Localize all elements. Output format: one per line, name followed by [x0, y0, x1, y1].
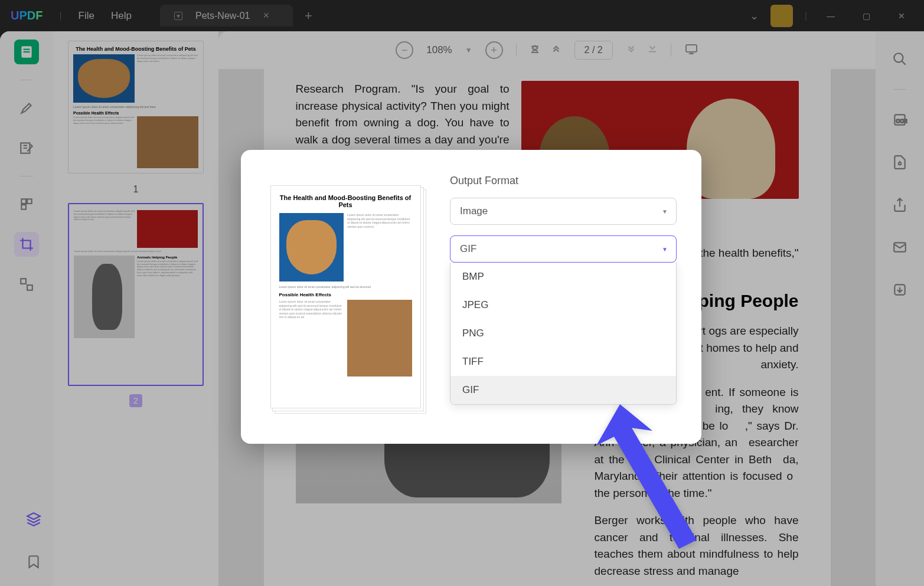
image-type-dropdown: BMP JPEG PNG TIFF GIF	[450, 263, 677, 405]
chevron-down-icon: ▼	[662, 246, 668, 253]
option-bmp[interactable]: BMP	[450, 263, 676, 291]
image-type-value: GIF	[460, 243, 476, 254]
option-png[interactable]: PNG	[450, 319, 676, 348]
export-dialog: The Health and Mood-Boosting Benefits of…	[241, 150, 701, 444]
preview-title: The Health and Mood-Boosting Benefits of…	[279, 194, 412, 208]
output-format-label: Output Format	[450, 175, 677, 187]
image-type-select[interactable]: GIF ▼	[450, 235, 677, 263]
option-jpeg[interactable]: JPEG	[450, 291, 676, 319]
format-select[interactable]: Image ▼	[450, 198, 677, 225]
option-gif[interactable]: GIF	[450, 376, 676, 404]
dialog-form: Output Format Image ▼ GIF ▼ BMP JPEG PNG…	[450, 175, 677, 419]
format-select-value: Image	[460, 205, 488, 217]
option-tiff[interactable]: TIFF	[450, 348, 676, 376]
dialog-preview: The Health and Mood-Boosting Benefits of…	[266, 175, 425, 419]
cursor-arrow-annotation	[596, 404, 714, 560]
chevron-down-icon: ▼	[662, 208, 668, 215]
